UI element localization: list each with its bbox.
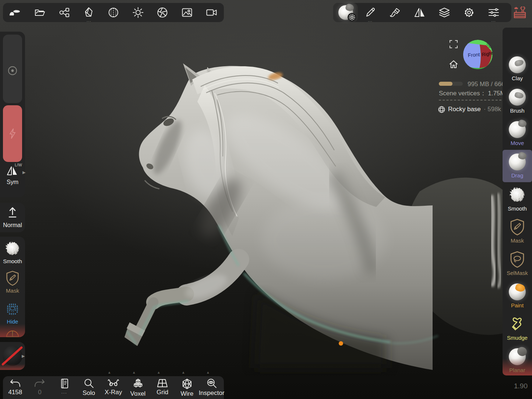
smooth-ball-icon — [508, 186, 526, 204]
move-sphere-icon — [509, 121, 526, 138]
lighting-sun-icon[interactable] — [126, 3, 150, 22]
matcap-sphere-icon[interactable] — [101, 3, 126, 22]
scene-graph-icon[interactable] — [52, 3, 77, 22]
parameter-sliders-icon[interactable]: ... — [481, 3, 506, 22]
tool-smudge-label: Smudge — [507, 335, 528, 341]
tool-smudge[interactable]: Smudge — [503, 312, 532, 345]
background-image-icon[interactable] — [175, 3, 200, 22]
sym-label: Sym — [0, 179, 25, 186]
tool-mask[interactable]: Mask — [503, 215, 532, 247]
grid-caret[interactable]: ▲ — [156, 370, 161, 374]
left-tool-smooth[interactable]: Smooth — [0, 240, 25, 264]
history-notebook-button[interactable]: ... — [52, 376, 77, 399]
normal-button[interactable]: Normal — [0, 203, 25, 232]
redo-button[interactable]: 0 — [28, 376, 52, 399]
solo-button[interactable]: Solo — [77, 376, 101, 399]
layer-name: Rocky base — [448, 106, 481, 113]
primitive-more-dots: ... — [77, 19, 101, 22]
clay-sphere-icon — [509, 56, 526, 73]
tool-selmask[interactable]: SelMask — [503, 247, 532, 280]
tool-clay[interactable]: Clay — [503, 53, 532, 85]
settings-gear-icon[interactable] — [457, 3, 481, 22]
tool-brush-label: Brush — [510, 107, 524, 114]
notebook-more-dots: ... — [61, 389, 67, 395]
falloff-button[interactable]: ▶ — [0, 342, 25, 370]
brush-sphere-icon — [509, 89, 526, 106]
active-brush-preview[interactable] — [333, 3, 358, 22]
layer-row[interactable]: Rocky base · 598k — [438, 106, 501, 113]
left-tool-mask[interactable]: Mask — [0, 271, 25, 294]
camera-video-icon[interactable] — [199, 3, 224, 22]
voxel-cubes-icon — [133, 378, 144, 389]
layer-count: · 598k — [484, 106, 501, 113]
postprocess-aperture-icon[interactable] — [150, 3, 175, 22]
left-tool-hide[interactable]: Hide — [0, 301, 25, 325]
perspective-grid-icon — [157, 378, 168, 388]
tool-paint-label: Paint — [511, 302, 524, 308]
layers-stack-icon[interactable] — [432, 3, 457, 22]
symmetry-mirror-icon[interactable] — [407, 3, 432, 22]
nav-cube-front-label: Front — [468, 52, 480, 58]
intensity-slider[interactable] — [3, 105, 22, 162]
tool-paint[interactable]: Paint — [503, 280, 532, 312]
tool-move[interactable]: Move — [503, 117, 532, 150]
scene-vertices: Scene vertices： 1.75M — [439, 89, 505, 98]
wire-button[interactable]: Wire — [175, 376, 200, 399]
tool-drag-selected[interactable]: Drag — [503, 150, 532, 182]
grid-button[interactable]: Grid — [150, 376, 175, 399]
mask-shield-icon — [510, 219, 525, 236]
redo-count: 0 — [38, 389, 41, 396]
sym-expand-caret[interactable]: ▶ — [22, 170, 25, 175]
toolbox-icon[interactable] — [513, 5, 526, 19]
app-logo-icon[interactable] — [3, 3, 28, 22]
top-right-toolbar: ... ... — [333, 3, 511, 22]
sym-button[interactable]: L/W ▶ — [0, 165, 25, 176]
app-window: ... ... — [0, 0, 532, 399]
orientation-nav-cube[interactable]: Front Right Top — [463, 39, 493, 70]
wire-sphere-icon — [438, 106, 445, 113]
stats-dashed-separator — [439, 100, 501, 100]
primitive-gem-icon[interactable]: ... — [77, 3, 101, 22]
material-paintbrush-icon[interactable] — [383, 3, 407, 22]
home-icon[interactable] — [449, 60, 458, 69]
fullscreen-brackets-icon[interactable] — [449, 40, 458, 49]
voxel-caret[interactable]: ▲ — [131, 370, 137, 374]
top-left-toolbar: ... — [3, 3, 224, 22]
tool-mask-label: Mask — [511, 237, 524, 244]
brush-settings-gear-badge[interactable] — [347, 13, 357, 22]
magnifier-icon — [84, 378, 94, 389]
redo-icon — [34, 378, 45, 388]
inspector-caret[interactable]: ▲ — [205, 370, 211, 374]
magnifier-eye-icon — [206, 378, 217, 389]
xray-caret[interactable]: ▲ — [107, 370, 112, 374]
smooth-ball-icon — [4, 240, 21, 257]
radius-slider[interactable] — [3, 35, 22, 103]
sliders-more-dots: ... — [481, 19, 506, 22]
stroke-pencil-icon[interactable]: ... — [358, 3, 383, 22]
radius-dot-circle-icon — [7, 65, 18, 76]
left-stack-scroll-fade — [0, 324, 25, 337]
wire-caret[interactable]: ▲ — [181, 370, 186, 374]
tool-selmask-label: SelMask — [507, 270, 528, 276]
inspector-button[interactable]: Inspector — [199, 376, 224, 399]
voxel-button[interactable]: Voxel — [126, 376, 150, 399]
tool-drag-label: Drag — [511, 172, 524, 179]
falloff-expand-caret[interactable]: ▶ — [22, 354, 25, 359]
hide-dotted-sphere-icon — [5, 301, 20, 317]
tool-brush[interactable]: Brush — [503, 85, 532, 117]
undo-button[interactable]: 4158 — [3, 376, 28, 399]
files-folder-icon[interactable] — [28, 3, 52, 22]
tool-smooth[interactable]: Smooth — [503, 183, 532, 215]
xray-button[interactable]: X-Ray — [101, 376, 126, 399]
left-brush-panel: L/W ▶ Sym — [0, 32, 25, 197]
selmask-shield-icon — [510, 251, 525, 268]
scene-vertices-label: Scene vertices： — [439, 90, 486, 97]
tool-smooth-label: Smooth — [508, 205, 527, 212]
normal-label: Normal — [0, 222, 25, 229]
bottom-toolbar: 4158 0 ... Solo X-Ray — [3, 376, 224, 399]
normal-arrow-icon — [6, 206, 19, 218]
wireframe-sphere-icon — [182, 378, 193, 389]
smudge-finger-icon — [509, 316, 526, 333]
right-tool-rail: Clay Brush Move Drag Smooth — [503, 28, 532, 375]
rail-scroll-fade — [503, 359, 532, 375]
